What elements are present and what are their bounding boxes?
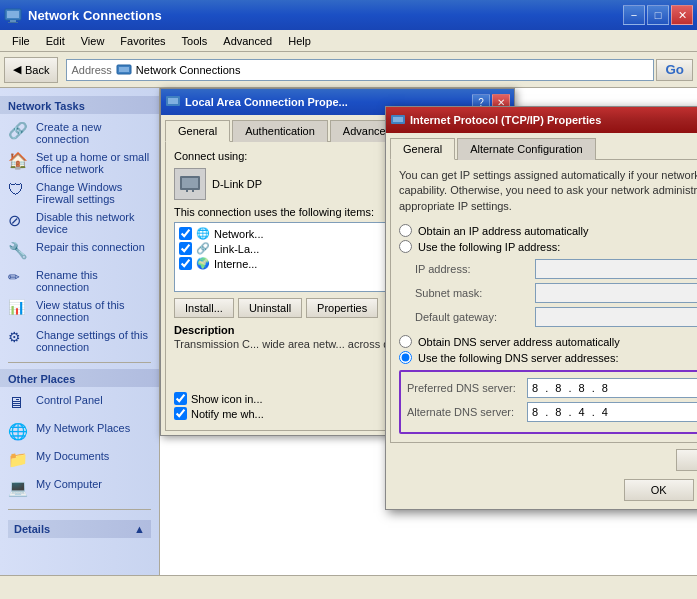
dialog-lac-icon xyxy=(165,94,181,110)
checkbox-network-label: Network... xyxy=(214,228,264,240)
obtain-ip-auto-item[interactable]: Obtain an IP address automatically xyxy=(399,224,697,237)
tab-general[interactable]: General xyxy=(165,120,230,142)
menu-favorites[interactable]: Favorites xyxy=(112,33,173,49)
preferred-dns-input[interactable] xyxy=(527,378,697,398)
sidebar-divider-2 xyxy=(8,509,151,510)
go-button[interactable]: Go xyxy=(656,59,693,81)
obtain-ip-auto-radio[interactable] xyxy=(399,224,412,237)
sidebar-item-disable-label: Disable this network device xyxy=(36,211,151,235)
main-layout: Network Tasks 🔗 Create a new connection … xyxy=(0,88,697,575)
default-gateway-label: Default gateway: xyxy=(415,311,535,323)
show-icon-input[interactable] xyxy=(174,392,187,405)
sidebar-item-repair[interactable]: 🔧 Repair this connection xyxy=(0,238,159,266)
details-title[interactable]: Details ▲ xyxy=(8,520,151,538)
checkbox-link-input[interactable] xyxy=(179,242,192,255)
title-bar-buttons: − □ ✕ xyxy=(623,5,693,25)
firewall-icon: 🛡 xyxy=(8,181,30,203)
sidebar-item-change-settings[interactable]: ⚙ Change settings of this connection xyxy=(0,326,159,356)
menu-advanced[interactable]: Advanced xyxy=(215,33,280,49)
default-gateway-row: Default gateway: xyxy=(415,307,697,327)
create-new-icon: 🔗 xyxy=(8,121,30,143)
details-title-label: Details xyxy=(14,523,50,535)
sidebar-item-my-docs[interactable]: 📁 My Documents xyxy=(0,447,159,475)
dialog-tcpip-tabs: General Alternate Configuration xyxy=(386,133,697,159)
use-following-ip-item[interactable]: Use the following IP address: xyxy=(399,240,697,253)
sidebar-item-control-panel[interactable]: 🖥 Control Panel xyxy=(0,391,159,419)
default-gateway-input[interactable] xyxy=(535,307,697,327)
subnet-mask-label: Subnet mask: xyxy=(415,287,535,299)
subnet-mask-input[interactable] xyxy=(535,283,697,303)
sidebar-item-disable[interactable]: ⊘ Disable this network device xyxy=(0,208,159,238)
ok-button[interactable]: OK xyxy=(624,479,694,501)
menu-file[interactable]: File xyxy=(4,33,38,49)
minimize-button[interactable]: − xyxy=(623,5,645,25)
checkbox-network-input[interactable] xyxy=(179,227,192,240)
other-places-title: Other Places xyxy=(0,369,159,387)
sidebar-item-my-network[interactable]: 🌐 My Network Places xyxy=(0,419,159,447)
obtain-dns-auto-radio[interactable] xyxy=(399,335,412,348)
dialog-tcpip-icon xyxy=(390,112,406,128)
sidebar-item-setup-home-label: Set up a home or small office network xyxy=(36,151,151,175)
use-following-dns-label: Use the following DNS server addresses: xyxy=(418,352,619,364)
maximize-button[interactable]: □ xyxy=(647,5,669,25)
checkbox-network-icon: 🌐 xyxy=(196,227,210,240)
tab-authentication[interactable]: Authentication xyxy=(232,120,328,142)
toolbar: ◀ Back Address Network Connections Go xyxy=(0,52,697,88)
svg-rect-13 xyxy=(393,117,403,122)
svg-rect-1 xyxy=(7,11,19,18)
sidebar-item-create-new[interactable]: 🔗 Create a new connection xyxy=(0,118,159,148)
use-following-dns-radio[interactable] xyxy=(399,351,412,364)
close-button[interactable]: ✕ xyxy=(671,5,693,25)
sidebar-item-my-docs-label: My Documents xyxy=(36,450,109,462)
svg-rect-3 xyxy=(8,22,18,23)
svg-rect-9 xyxy=(182,178,198,188)
svg-rect-2 xyxy=(10,20,16,22)
view-status-icon: 📊 xyxy=(8,299,30,321)
ip-address-input[interactable] xyxy=(535,259,697,279)
svg-rect-11 xyxy=(192,190,194,192)
dialog-tcpip: Internet Protocol (TCP/IP) Properties ? … xyxy=(385,106,697,510)
back-button[interactable]: ◀ Back xyxy=(4,57,58,83)
ip-address-label: IP address: xyxy=(415,263,535,275)
my-docs-icon: 📁 xyxy=(8,450,30,472)
sidebar-item-control-panel-label: Control Panel xyxy=(36,394,103,406)
sidebar-item-view-status[interactable]: 📊 View status of this connection xyxy=(0,296,159,326)
alternate-dns-input[interactable] xyxy=(527,402,697,422)
properties-button[interactable]: Properties xyxy=(306,298,378,318)
menu-edit[interactable]: Edit xyxy=(38,33,73,49)
uninstall-button[interactable]: Uninstall xyxy=(238,298,302,318)
checkbox-link-label: Link-La... xyxy=(214,243,259,255)
menu-view[interactable]: View xyxy=(73,33,113,49)
connect-using-label: Connect using: xyxy=(174,150,247,162)
network-tasks-title: Network Tasks xyxy=(0,96,159,114)
address-label: Address xyxy=(71,64,111,76)
install-button[interactable]: Install... xyxy=(174,298,234,318)
checkbox-link-icon: 🔗 xyxy=(196,242,210,255)
sidebar-item-firewall-label: Change Windows Firewall settings xyxy=(36,181,151,205)
sidebar-item-firewall[interactable]: 🛡 Change Windows Firewall settings xyxy=(0,178,159,208)
obtain-dns-auto-label: Obtain DNS server address automatically xyxy=(418,336,620,348)
address-value[interactable]: Network Connections xyxy=(136,64,650,76)
svg-rect-7 xyxy=(168,98,178,104)
adapter-icon xyxy=(174,168,206,200)
subnet-mask-row: Subnet mask: xyxy=(415,283,697,303)
use-following-ip-radio[interactable] xyxy=(399,240,412,253)
notify-input[interactable] xyxy=(174,407,187,420)
use-following-ip-label: Use the following IP address: xyxy=(418,241,560,253)
menu-tools[interactable]: Tools xyxy=(174,33,216,49)
menu-help[interactable]: Help xyxy=(280,33,319,49)
checkbox-internet-input[interactable] xyxy=(179,257,192,270)
obtain-dns-auto-item[interactable]: Obtain DNS server address automatically xyxy=(399,335,697,348)
advanced-button[interactable]: Advanced... xyxy=(676,449,697,471)
sidebar-item-my-computer[interactable]: 💻 My Computer xyxy=(0,475,159,503)
sidebar-item-rename[interactable]: ✏ Rename this connection xyxy=(0,266,159,296)
rename-icon: ✏ xyxy=(8,269,30,291)
tab-tcpip-general[interactable]: General xyxy=(390,138,455,160)
tab-alternate-config[interactable]: Alternate Configuration xyxy=(457,138,596,160)
sidebar-item-setup-home[interactable]: 🏠 Set up a home or small office network xyxy=(0,148,159,178)
details-section: Details ▲ xyxy=(0,516,159,546)
use-following-dns-item[interactable]: Use the following DNS server addresses: xyxy=(399,351,697,364)
sidebar-item-create-new-label: Create a new connection xyxy=(36,121,151,145)
preferred-dns-row: Preferred DNS server: xyxy=(407,378,697,398)
checkbox-internet-icon: 🌍 xyxy=(196,257,210,270)
